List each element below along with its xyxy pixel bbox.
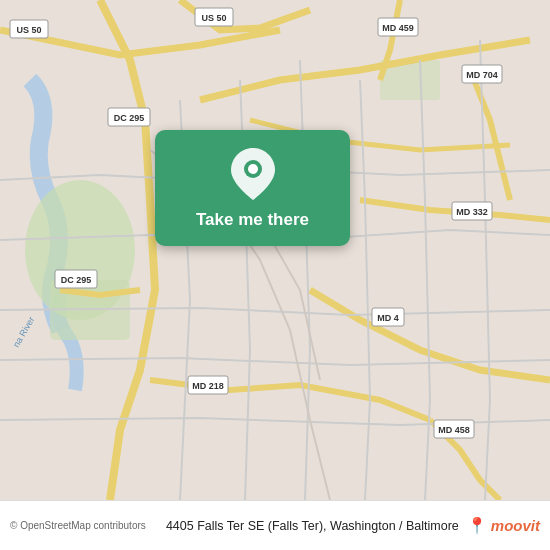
bottom-info-bar: © OpenStreetMap contributors 4405 Falls … xyxy=(0,500,550,550)
address-text: 4405 Falls Ter SE (Falls Ter), Washingto… xyxy=(166,519,459,533)
svg-text:US 50: US 50 xyxy=(201,13,226,23)
svg-text:MD 458: MD 458 xyxy=(438,425,470,435)
svg-text:DC 295: DC 295 xyxy=(61,275,92,285)
take-me-there-card[interactable]: Take me there xyxy=(155,130,350,246)
svg-text:US 50: US 50 xyxy=(16,25,41,35)
take-me-there-label: Take me there xyxy=(196,210,309,230)
svg-text:MD 704: MD 704 xyxy=(466,70,498,80)
moovit-logo: 📍 moovit xyxy=(467,516,540,535)
map-container: US 50 US 50 DC 295 DC 295 MD 459 MD 704 … xyxy=(0,0,550,500)
moovit-pin-icon: 📍 xyxy=(467,516,487,535)
svg-text:MD 332: MD 332 xyxy=(456,207,488,217)
svg-text:MD 459: MD 459 xyxy=(382,23,414,33)
location-pin-icon xyxy=(231,148,275,200)
svg-text:MD 4: MD 4 xyxy=(377,313,399,323)
svg-text:DC 295: DC 295 xyxy=(114,113,145,123)
map-background: US 50 US 50 DC 295 DC 295 MD 459 MD 704 … xyxy=(0,0,550,500)
copyright-text: © OpenStreetMap contributors xyxy=(10,520,166,531)
svg-point-26 xyxy=(248,164,258,174)
svg-text:MD 218: MD 218 xyxy=(192,381,224,391)
moovit-wordmark: moovit xyxy=(491,517,540,534)
